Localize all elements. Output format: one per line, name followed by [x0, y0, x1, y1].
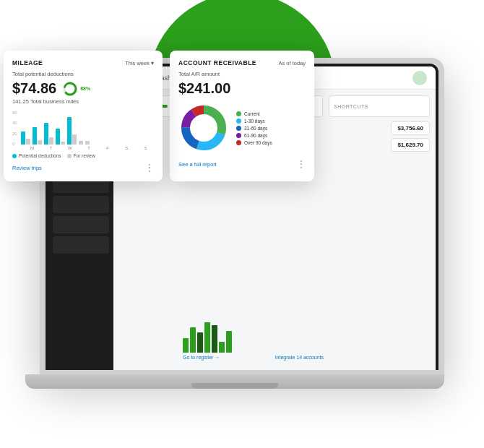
- mileage-subtitle: Total potential deductions: [12, 71, 154, 77]
- legend-potential: Potential deductions: [12, 153, 61, 158]
- legend-dot-review: [67, 154, 72, 158]
- ar-donut-chart: [178, 103, 229, 153]
- label-over-90: Over 90 days: [244, 140, 272, 145]
- bar-S1-gray: [79, 141, 83, 145]
- ar-donut-svg: [178, 103, 229, 153]
- x-label-W: W: [65, 146, 74, 150]
- shortcuts-box: SHORTCUTS: [329, 95, 430, 117]
- scene: #2ca01c INTUIT quickbooks Dashboards: [18, 14, 466, 434]
- bottom-bars: [183, 320, 324, 353]
- y-label-60: 60: [12, 111, 17, 115]
- mileage-date[interactable]: This week ▾: [125, 60, 154, 66]
- bar-S2-gray: [85, 141, 90, 145]
- label-31-60: 31-60 days: [244, 126, 267, 131]
- legend-label-review: For review: [74, 153, 95, 158]
- mileage-amount: $74.86: [12, 80, 56, 97]
- bottom-bar-4: [204, 322, 210, 353]
- ar-card: ACCOUNT RECEIVABLE As of today Total A/R…: [170, 51, 314, 181]
- ar-amount: $241.00: [178, 80, 306, 97]
- ar-subtitle: Total A/R amount: [178, 71, 306, 77]
- sidebar-nav-item-7[interactable]: [53, 236, 109, 254]
- mileage-miles: 141.25 Total business miles: [12, 98, 154, 105]
- bar-W-teal: [44, 123, 48, 145]
- svg-point-1: [64, 83, 76, 95]
- mileage-card-header: MILEAGE This week ▾: [12, 59, 154, 66]
- dot-1-30: [236, 119, 241, 124]
- x-label-M: M: [27, 146, 37, 150]
- ar-legend-61-90: 61-90 days: [236, 133, 272, 138]
- ar-title: ACCOUNT RECEIVABLE: [178, 59, 256, 66]
- bottom-bar-3: [197, 332, 203, 353]
- ar-legend-31-60: 31-60 days: [236, 126, 272, 131]
- label-61-90: 61-90 days: [244, 133, 267, 138]
- y-label-20: 20: [12, 132, 17, 136]
- bar-T2-gray: [61, 142, 65, 145]
- mileage-amount-row: $74.86 88%: [12, 80, 154, 97]
- mileage-yaxis: 60 40 20 0: [12, 111, 17, 146]
- sidebar-nav-item-5[interactable]: [53, 196, 109, 213]
- bar-T2-teal: [56, 129, 60, 145]
- legend-label-potential: Potential deductions: [19, 153, 61, 158]
- right-metrics: $3,756.60 $1,629.70: [391, 121, 430, 152]
- ar-legend: Current 1-30 days 31-60 days 61-90 days: [236, 111, 272, 145]
- dot-over-90: [236, 140, 241, 145]
- ar-donut-section: Current 1-30 days 31-60 days 61-90 days: [178, 103, 306, 153]
- mileage-legend: Potential deductions For review: [12, 153, 154, 158]
- metric-pill-2: $1,629.70: [391, 138, 430, 152]
- dot-61-90: [236, 133, 241, 138]
- bar-col-S2: [85, 141, 90, 145]
- bar-W-gray: [49, 137, 53, 145]
- laptop-base: [25, 374, 444, 389]
- user-avatar[interactable]: [412, 71, 427, 85]
- bar-col-M: [21, 132, 30, 145]
- x-label-S1: S: [122, 146, 131, 150]
- ar-more-icon[interactable]: ⋮: [297, 159, 306, 169]
- bar-F-teal: [67, 117, 72, 145]
- bar-T1-teal: [33, 127, 37, 145]
- metric-pill-1: $3,756.60: [391, 121, 430, 135]
- bottom-bar-2: [190, 327, 196, 353]
- mileage-card: MILEAGE This week ▾ Total potential dedu…: [4, 51, 163, 181]
- mileage-card-footer: Review trips ⋮: [12, 163, 154, 173]
- dot-31-60: [236, 126, 241, 131]
- bottom-bar-6: [219, 342, 225, 353]
- mileage-percent-text: 88%: [80, 86, 90, 91]
- label-current: Current: [244, 111, 260, 116]
- ar-date: As of today: [278, 60, 306, 66]
- mileage-mini-chart: 60 40 20 0: [12, 111, 154, 150]
- bar-col-W: [44, 123, 53, 145]
- bar-col-T2: [56, 129, 65, 145]
- bottom-chart-area: Go to register → Integrate 14 accounts: [183, 320, 324, 360]
- ar-card-footer: See a full report ⋮: [178, 159, 306, 169]
- legend-dot-potential: [12, 154, 17, 158]
- bottom-bar-5: [212, 325, 217, 353]
- review-trips-link[interactable]: Review trips: [12, 165, 42, 171]
- x-label-F: F: [103, 146, 113, 150]
- mileage-x-labels: M T W T F S S: [24, 146, 154, 150]
- sidebar-nav-item-6[interactable]: [53, 216, 109, 233]
- bar-M-teal: [21, 132, 25, 145]
- mileage-title: MILEAGE: [12, 59, 43, 66]
- donut-hole: [192, 116, 215, 139]
- mileage-more-icon[interactable]: ⋮: [145, 163, 154, 173]
- ar-legend-1-30: 1-30 days: [236, 119, 272, 124]
- ar-legend-current: Current: [236, 111, 272, 116]
- label-1-30: 1-30 days: [244, 119, 265, 124]
- bar-F-gray: [72, 134, 77, 145]
- y-label-40: 40: [12, 121, 17, 125]
- ar-card-header: ACCOUNT RECEIVABLE As of today: [178, 59, 306, 66]
- legend-review: For review: [67, 153, 95, 158]
- go-to-register-link[interactable]: Go to register →: [183, 355, 220, 360]
- bottom-bar-7: [226, 331, 232, 353]
- x-label-T1: T: [46, 146, 56, 150]
- bar-T1-gray: [38, 140, 42, 145]
- integrate-accounts-link[interactable]: Integrate 14 accounts: [275, 355, 324, 360]
- x-label-S2: S: [141, 146, 150, 150]
- y-label-0: 0: [12, 142, 17, 146]
- shortcuts-label: SHORTCUTS: [334, 104, 368, 109]
- bar-col-S1: [79, 141, 83, 145]
- bar-col-T1: [33, 127, 42, 145]
- full-report-link[interactable]: See a full report: [178, 161, 217, 168]
- mileage-percent-badge: 88%: [62, 81, 90, 97]
- bottom-bar-1: [183, 338, 189, 353]
